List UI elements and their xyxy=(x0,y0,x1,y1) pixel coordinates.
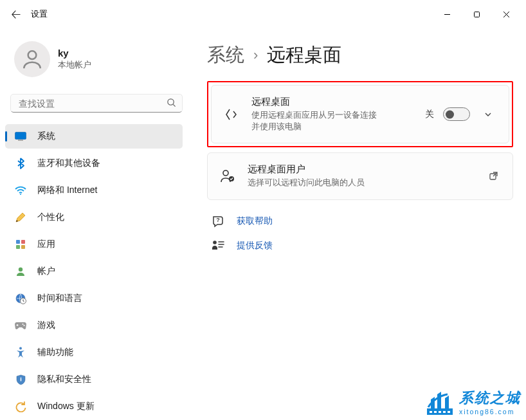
svg-text:?: ? xyxy=(216,217,220,223)
highlight-box: 远程桌面 使用远程桌面应用从另一设备连接并使用该电脑 关 xyxy=(207,81,513,147)
svg-rect-6 xyxy=(16,240,20,244)
sidebar-item-label: 系统 xyxy=(37,131,55,142)
svg-point-20 xyxy=(213,241,217,244)
apps-icon xyxy=(14,238,27,251)
sidebar-item-label: 辅助功能 xyxy=(37,347,73,358)
sidebar-item-label: 时间和语言 xyxy=(37,293,82,304)
close-button[interactable] xyxy=(491,4,521,24)
svg-point-10 xyxy=(19,268,23,271)
breadcrumb-current: 远程桌面 xyxy=(267,42,341,68)
sidebar-item-update[interactable]: Windows 更新 xyxy=(5,394,183,419)
sidebar-item-privacy[interactable]: 隐私和安全性 xyxy=(5,367,183,392)
arrow-left-icon xyxy=(11,10,21,19)
svg-rect-4 xyxy=(18,140,23,141)
svg-point-5 xyxy=(20,194,21,195)
wifi-icon xyxy=(14,184,27,197)
sidebar-item-label: 网络和 Internet xyxy=(37,185,97,196)
avatar xyxy=(14,41,50,77)
sidebar-item-network[interactable]: 网络和 Internet xyxy=(5,178,183,203)
help-icon: ? xyxy=(211,214,225,228)
sidebar-item-system[interactable]: 系统 xyxy=(5,124,183,149)
svg-point-1 xyxy=(28,51,37,59)
sidebar-item-label: 个性化 xyxy=(37,212,64,223)
accessibility-icon xyxy=(14,346,27,359)
breadcrumb: 系统 › 远程桌面 xyxy=(207,42,513,68)
gaming-icon xyxy=(14,319,27,332)
sidebar-item-time[interactable]: 时间和语言 xyxy=(5,286,183,311)
open-external-button[interactable] xyxy=(485,169,501,184)
remote-desktop-card[interactable]: 远程桌面 使用远程桌面应用从另一设备连接并使用该电脑 关 xyxy=(211,85,509,143)
maximize-button[interactable] xyxy=(462,4,491,24)
popout-icon xyxy=(489,171,498,181)
svg-rect-0 xyxy=(474,12,479,17)
sidebar-item-personalization[interactable]: 个性化 xyxy=(5,205,183,230)
nav: 系统 蓝牙和其他设备 网络和 Internet 个性化 应用 帐户 xyxy=(0,123,193,420)
chevron-down-icon xyxy=(484,110,493,119)
sidebar-item-label: 隐私和安全性 xyxy=(37,374,91,385)
back-button[interactable] xyxy=(5,4,26,24)
remote-connect-icon xyxy=(223,106,240,123)
minimize-button[interactable] xyxy=(432,4,462,24)
search-icon xyxy=(167,98,176,109)
svg-rect-9 xyxy=(21,245,25,249)
window-controls xyxy=(432,4,521,24)
user-account-type: 本地帐户 xyxy=(58,60,91,71)
svg-point-15 xyxy=(19,347,22,350)
svg-rect-3 xyxy=(15,132,26,140)
card-title: 远程桌面用户 xyxy=(248,163,365,176)
sidebar-item-label: Windows 更新 xyxy=(37,401,95,412)
breadcrumb-parent[interactable]: 系统 xyxy=(207,42,244,68)
sidebar-item-label: 蓝牙和其他设备 xyxy=(37,158,100,169)
update-icon xyxy=(14,400,27,413)
window-title: 设置 xyxy=(31,9,48,20)
svg-point-16 xyxy=(223,170,228,176)
svg-point-13 xyxy=(23,324,24,325)
paint-icon xyxy=(14,211,27,224)
link-label: 获取帮助 xyxy=(237,215,273,227)
search-input[interactable] xyxy=(10,94,183,113)
chevron-right-icon: › xyxy=(253,47,258,64)
user-name: ky xyxy=(58,48,91,59)
display-icon xyxy=(14,130,27,143)
sidebar: ky 本地帐户 系统 蓝牙和其他设备 网络和 Internet xyxy=(0,28,193,420)
title-bar: 设置 xyxy=(0,0,526,28)
toggle-state-label: 关 xyxy=(425,109,434,120)
expand-button[interactable] xyxy=(479,105,497,123)
svg-rect-7 xyxy=(21,240,25,244)
get-help-link[interactable]: ? 获取帮助 xyxy=(211,214,513,228)
users-icon xyxy=(219,168,236,185)
globe-clock-icon xyxy=(14,292,27,305)
card-subtitle: 选择可以远程访问此电脑的人员 xyxy=(248,178,365,189)
card-subtitle: 使用远程桌面应用从另一设备连接并使用该电脑 xyxy=(251,110,380,132)
sidebar-item-gaming[interactable]: 游戏 xyxy=(5,313,183,338)
search-box xyxy=(10,94,183,113)
feedback-link[interactable]: 提供反馈 xyxy=(211,239,513,253)
svg-point-14 xyxy=(24,325,25,326)
minimize-icon xyxy=(444,11,451,18)
person-icon xyxy=(20,47,44,71)
remote-users-card[interactable]: 远程桌面用户 选择可以远程访问此电脑的人员 xyxy=(207,152,513,200)
user-block[interactable]: ky 本地帐户 xyxy=(0,37,193,90)
sidebar-item-label: 应用 xyxy=(37,239,55,250)
sidebar-item-apps[interactable]: 应用 xyxy=(5,232,183,257)
maximize-icon xyxy=(473,11,480,18)
sidebar-item-label: 游戏 xyxy=(37,320,55,331)
bluetooth-icon xyxy=(14,157,27,170)
link-label: 提供反馈 xyxy=(237,240,273,251)
sidebar-item-accessibility[interactable]: 辅助功能 xyxy=(5,340,183,365)
svg-rect-8 xyxy=(16,245,20,249)
card-title: 远程桌面 xyxy=(251,96,380,108)
feedback-icon xyxy=(211,239,225,253)
shield-icon xyxy=(14,373,27,386)
main-content: 系统 › 远程桌面 远程桌面 使用远程桌面应用从另一设备连接并使用该电脑 关 xyxy=(193,28,526,420)
account-icon xyxy=(14,265,27,278)
sidebar-item-bluetooth[interactable]: 蓝牙和其他设备 xyxy=(5,151,183,176)
sidebar-item-label: 帐户 xyxy=(37,266,55,277)
close-icon xyxy=(503,11,510,18)
svg-point-2 xyxy=(168,98,174,104)
sidebar-item-accounts[interactable]: 帐户 xyxy=(5,259,183,284)
remote-desktop-toggle[interactable] xyxy=(443,107,470,121)
